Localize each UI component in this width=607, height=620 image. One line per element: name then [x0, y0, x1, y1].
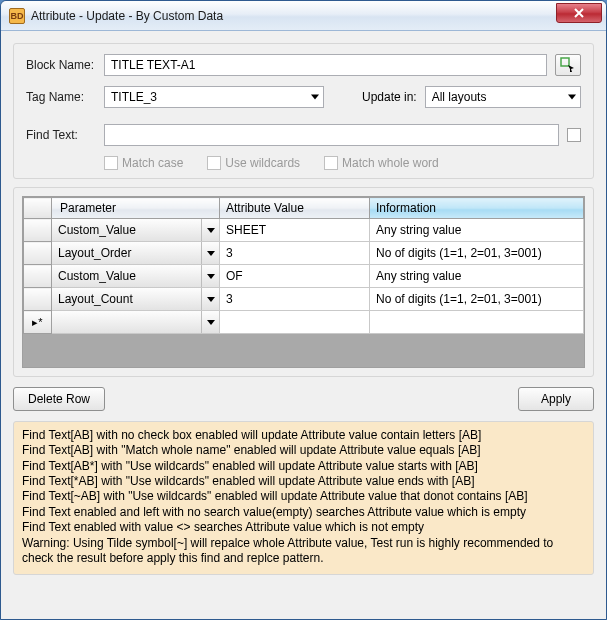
block-name-input[interactable]: [104, 54, 547, 76]
data-grid[interactable]: Parameter Attribute Value Information Cu…: [22, 196, 585, 368]
parameter-dropdown[interactable]: [201, 219, 219, 241]
update-in-label: Update in:: [362, 90, 417, 104]
use-wildcards-checkbox[interactable]: [207, 156, 221, 170]
match-whole-word-label: Match whole word: [342, 156, 439, 170]
row-header[interactable]: [24, 265, 52, 288]
parameter-value: Custom_Value: [52, 219, 201, 241]
information-cell: No of digits (1=1, 2=01, 3=001): [370, 288, 584, 311]
pick-block-button[interactable]: [555, 54, 581, 76]
svg-rect-0: [561, 58, 569, 66]
information-cell: No of digits (1=1, 2=01, 3=001): [370, 242, 584, 265]
help-line: Find Text[AB] with no check box enabled …: [22, 428, 585, 443]
attribute-value-cell[interactable]: 3: [220, 242, 370, 265]
attribute-value-cell[interactable]: OF: [220, 265, 370, 288]
parameter-dropdown[interactable]: [201, 288, 219, 310]
close-icon: [573, 7, 585, 19]
row-header[interactable]: [24, 219, 52, 242]
help-line: Find Text[*AB] with "Use wildcards" enab…: [22, 474, 585, 489]
col-information[interactable]: Information: [370, 198, 584, 219]
help-line: Find Text[~AB] with "Use wildcards" enab…: [22, 489, 585, 504]
chevron-down-icon: [568, 95, 576, 100]
attribute-value-cell[interactable]: 3: [220, 288, 370, 311]
chevron-down-icon: [207, 297, 215, 302]
parameter-cell[interactable]: [52, 311, 220, 334]
chevron-down-icon: [311, 95, 319, 100]
chevron-down-icon: [207, 274, 215, 279]
col-attribute-value[interactable]: Attribute Value: [220, 198, 370, 219]
tag-name-select[interactable]: TITLE_3: [104, 86, 324, 108]
parameter-cell[interactable]: Custom_Value: [52, 219, 220, 242]
titlebar[interactable]: BD Attribute - Update - By Custom Data: [1, 1, 606, 31]
table-row[interactable]: Layout_Count3No of digits (1=1, 2=01, 3=…: [24, 288, 584, 311]
table-row[interactable]: Custom_ValueOFAny string value: [24, 265, 584, 288]
col-parameter[interactable]: Parameter: [52, 198, 220, 219]
new-row-icon: ▸*: [32, 316, 42, 328]
attribute-value-cell[interactable]: [220, 311, 370, 334]
parameter-dropdown[interactable]: [201, 311, 219, 333]
match-case-label: Match case: [122, 156, 183, 170]
help-line: Find Text enabled and left with no searc…: [22, 505, 585, 520]
chevron-down-icon: [207, 228, 215, 233]
parameter-dropdown[interactable]: [201, 265, 219, 287]
form-group: Block Name: Tag Name: TITLE_3 Update in:: [13, 43, 594, 179]
help-panel: Find Text[AB] with no check box enabled …: [13, 421, 594, 575]
parameter-value: [52, 311, 201, 333]
row-header[interactable]: [24, 242, 52, 265]
update-in-select[interactable]: All layouts: [425, 86, 581, 108]
help-line: Warning: Using Tilde symbol[~] will repa…: [22, 536, 585, 567]
chevron-down-icon: [207, 251, 215, 256]
match-case-checkbox[interactable]: [104, 156, 118, 170]
window-title: Attribute - Update - By Custom Data: [31, 9, 556, 23]
app-icon: BD: [9, 8, 25, 24]
tag-name-value: TITLE_3: [111, 90, 157, 104]
parameter-cell[interactable]: Layout_Order: [52, 242, 220, 265]
grid-corner: [24, 198, 52, 219]
parameter-cell[interactable]: Layout_Count: [52, 288, 220, 311]
grid-group: Parameter Attribute Value Information Cu…: [13, 187, 594, 377]
apply-button[interactable]: Apply: [518, 387, 594, 411]
help-line: Find Text[AB] with "Match whole name" en…: [22, 443, 585, 458]
block-name-label: Block Name:: [26, 58, 96, 72]
find-text-enable-checkbox[interactable]: [567, 128, 581, 142]
find-text-input[interactable]: [104, 124, 559, 146]
pick-cursor-icon: [560, 57, 576, 73]
parameter-value: Custom_Value: [52, 265, 201, 287]
row-header[interactable]: [24, 288, 52, 311]
chevron-down-icon: [207, 320, 215, 325]
parameter-value: Layout_Order: [52, 242, 201, 264]
update-in-value: All layouts: [432, 90, 487, 104]
close-button[interactable]: [556, 3, 602, 23]
new-row-header[interactable]: ▸*: [24, 311, 52, 334]
information-cell: [370, 311, 584, 334]
parameter-dropdown[interactable]: [201, 242, 219, 264]
information-cell: Any string value: [370, 219, 584, 242]
new-row[interactable]: ▸*: [24, 311, 584, 334]
help-line: Find Text enabled with value <> searches…: [22, 520, 585, 535]
use-wildcards-label: Use wildcards: [225, 156, 300, 170]
match-whole-word-checkbox[interactable]: [324, 156, 338, 170]
parameter-value: Layout_Count: [52, 288, 201, 310]
tag-name-label: Tag Name:: [26, 90, 96, 104]
parameter-cell[interactable]: Custom_Value: [52, 265, 220, 288]
delete-row-button[interactable]: Delete Row: [13, 387, 105, 411]
table-row[interactable]: Custom_ValueSHEETAny string value: [24, 219, 584, 242]
help-line: Find Text[AB*] with "Use wildcards" enab…: [22, 459, 585, 474]
find-text-label: Find Text:: [26, 128, 96, 142]
table-row[interactable]: Layout_Order3No of digits (1=1, 2=01, 3=…: [24, 242, 584, 265]
attribute-value-cell[interactable]: SHEET: [220, 219, 370, 242]
information-cell: Any string value: [370, 265, 584, 288]
